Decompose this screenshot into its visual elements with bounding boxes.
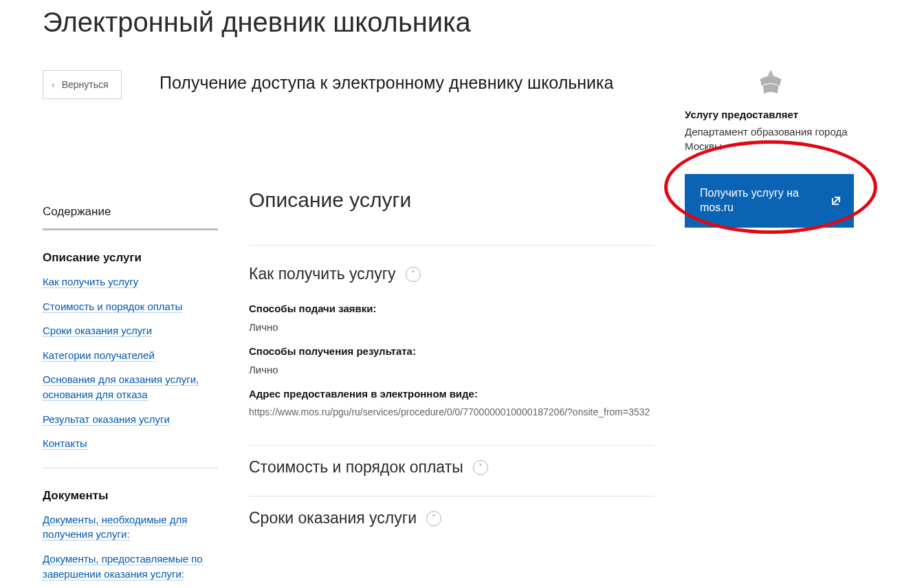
get-service-button[interactable]: Получить услугу на mos.ru	[685, 174, 854, 228]
chevron-down-icon: ˅	[426, 511, 441, 526]
sidebar-group-documents: Документы	[43, 489, 216, 503]
result-method-value: Лично	[249, 364, 654, 375]
sidebar: Содержание Описание услуги Как получить …	[43, 205, 216, 588]
sidebar-link-timing[interactable]: Сроки оказания услуги	[43, 325, 152, 337]
accordion-timing[interactable]: Сроки оказания услуги ˅	[249, 509, 654, 527]
back-button[interactable]: ‹ Вернуться	[43, 70, 122, 99]
accordion-how-to[interactable]: Как получить услугу ˄	[249, 265, 654, 283]
sidebar-group-description: Описание услуги	[43, 251, 216, 265]
provider-panel: Услугу предоставляет Департамент образов…	[685, 67, 857, 228]
submit-method-value: Лично	[249, 321, 654, 333]
result-method-label: Способы получения результата:	[249, 345, 654, 357]
sidebar-link-docs-needed[interactable]: Документы, необходимые для получения усл…	[43, 514, 187, 541]
sidebar-link-contacts[interactable]: Контакты	[43, 437, 87, 450]
accordion-how-to-label: Как получить услугу	[249, 265, 396, 283]
submit-method-label: Способы подачи заявки:	[249, 303, 654, 314]
chevron-down-icon: ˅	[473, 460, 488, 475]
sidebar-toc-heading: Содержание	[43, 205, 218, 230]
chevron-left-icon: ‹	[52, 79, 55, 90]
section-separator	[249, 445, 654, 446]
get-service-button-label: Получить услугу на mos.ru	[700, 187, 799, 213]
sidebar-link-cost[interactable]: Стоимость и порядок оплаты	[43, 301, 182, 313]
provider-name: Департамент образования города Москвы	[685, 124, 857, 153]
e-address-label: Адрес предоставления в электронном виде:	[249, 388, 654, 400]
page-title: Электронный дневник школьника	[43, 7, 924, 38]
svg-point-0	[769, 78, 772, 80]
sidebar-links-description: Как получить услугу Стоимость и порядок …	[43, 274, 216, 451]
sidebar-divider	[43, 468, 218, 468]
service-subtitle: Получение доступа к электронному дневник…	[160, 73, 613, 93]
back-button-label: Вернуться	[62, 79, 109, 90]
sidebar-links-documents: Документы, необходимые для получения усл…	[43, 512, 216, 581]
chevron-up-icon: ˄	[406, 267, 421, 282]
sidebar-link-categories[interactable]: Категории получателей	[43, 349, 155, 362]
sidebar-link-result[interactable]: Результат оказания услуги	[43, 413, 170, 426]
main-content: Описание услуги Как получить услугу ˄ Сп…	[249, 188, 654, 527]
section-separator-2	[249, 496, 654, 497]
coat-of-arms-icon	[755, 67, 786, 99]
accordion-cost-label: Стоимость и порядок оплаты	[249, 458, 463, 477]
accordion-cost[interactable]: Стоимость и порядок оплаты ˅	[249, 458, 654, 477]
external-link-icon	[830, 195, 842, 206]
sidebar-link-how-to[interactable]: Как получить услугу	[43, 276, 138, 288]
provided-by-label: Услугу предоставляет	[685, 109, 857, 120]
e-address-value: https://www.mos.ru/pgu/ru/services/proce…	[249, 406, 654, 417]
sidebar-link-grounds[interactable]: Основания для оказания услуги, основания…	[43, 373, 199, 401]
accordion-timing-label: Сроки оказания услуги	[249, 509, 417, 527]
section-title: Описание услуги	[249, 188, 654, 246]
sidebar-link-docs-result[interactable]: Документы, предоставляемые по завершении…	[43, 553, 203, 580]
